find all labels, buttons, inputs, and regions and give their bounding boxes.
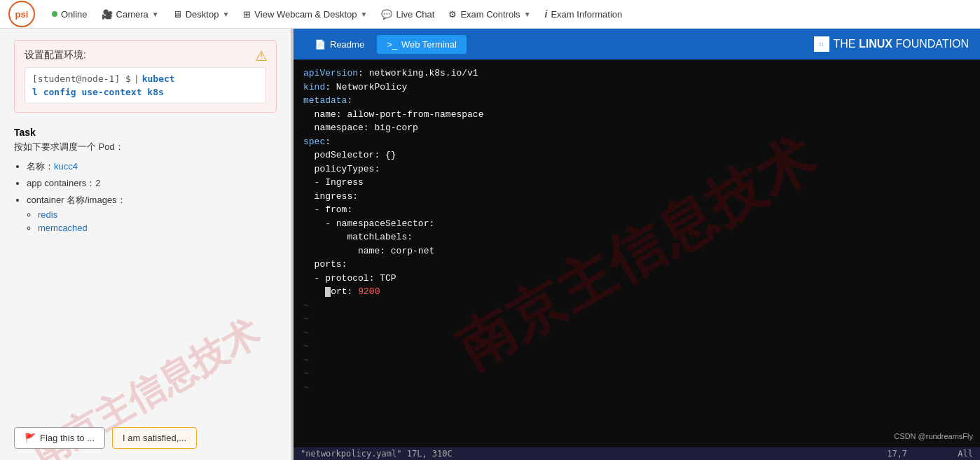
terminal-line: metadata: — [303, 94, 970, 108]
flag-icon: 🚩 — [25, 433, 36, 443]
statusbar-file: "networkpolicy.yaml" 17L, 310C — [301, 449, 453, 459]
config-title: 设置配置环境: — [25, 49, 266, 62]
warning-icon: ⚠ — [255, 48, 268, 64]
terminal-area[interactable]: apiVersion: networking.k8s.io/v1 kind: N… — [294, 60, 980, 447]
statusbar-pos: 17,7 All — [887, 449, 973, 459]
sub-list: redis memcached — [27, 209, 277, 233]
terminal-line: - protocol: TCP — [303, 272, 970, 286]
nav-online: Online — [52, 9, 88, 20]
terminal-line: podSelector: {} — [303, 148, 970, 162]
terminal-line: ort: 9200 — [303, 285, 970, 299]
terminal-statusbar: "networkpolicy.yaml" 17L, 310C 17,7 All — [294, 447, 980, 460]
terminal-icon: >_ — [387, 39, 397, 50]
terminal-line: ~ — [303, 299, 970, 313]
left-watermark: 南京主信息技术 — [0, 369, 291, 418]
terminal-line: kind: NetworkPolicy — [303, 81, 970, 95]
linux-logo-icon: □ — [814, 36, 829, 52]
nav-view-webcam[interactable]: ⊞ View Webcam & Desktop ▼ — [243, 9, 367, 20]
top-nav: psi Online 🎥 Camera ▼ 🖥 Desktop ▼ ⊞ View… — [0, 0, 980, 29]
terminal-line: name: corp-net — [303, 244, 970, 258]
left-panel: 设置配置环境: ⚠ [student@node-1] $ | kubect l … — [0, 29, 291, 460]
satisfied-button[interactable]: I am satisfied,... — [112, 427, 197, 449]
task-section: Task 按如下要求调度一个 Pod： 名称：kucc4 app contain… — [14, 127, 277, 233]
tab-readme[interactable]: 📄 Readme — [305, 35, 374, 54]
tab-terminal[interactable]: >_ Web Terminal — [377, 35, 467, 54]
psi-logo: psi — [8, 1, 35, 27]
terminal-line: ~ — [303, 326, 970, 340]
nav-items: Online 🎥 Camera ▼ 🖥 Desktop ▼ ⊞ View Web… — [52, 8, 972, 20]
list-item: app containers：2 — [27, 177, 277, 190]
bottom-buttons: 🚩 Flag this to ... I am satisfied,... — [14, 427, 197, 449]
cmd-kubectl2: l config use-context k8s — [32, 87, 164, 97]
webcam-desktop-icon: ⊞ — [243, 9, 251, 20]
list-item: 名称：kucc4 — [27, 160, 277, 173]
terminal-line: ~ — [303, 367, 970, 381]
right-panel: 📄 Readme >_ Web Terminal □ THE LINUX FOU… — [294, 29, 980, 460]
terminal-line: ~ — [303, 340, 970, 354]
cmd-pipe: | — [134, 74, 139, 84]
terminal-line: spec: — [303, 135, 970, 149]
nav-desktop[interactable]: 🖥 Desktop ▼ — [173, 9, 230, 20]
terminal-line: - namespaceSelector: — [303, 217, 970, 231]
list-item: container 名称/images： redis memcached — [27, 194, 277, 233]
terminal-line: ~ — [303, 381, 970, 395]
desktop-icon: 🖥 — [173, 9, 182, 20]
terminal-line: policyTypes: — [303, 162, 970, 176]
nav-exam-info[interactable]: i Exam Information — [545, 8, 623, 20]
controls-icon: ⚙ — [448, 9, 457, 20]
terminal-line: ingress: — [303, 190, 970, 204]
terminal-line: ports: — [303, 258, 970, 272]
terminal-line: namespace: big-corp — [303, 121, 970, 135]
camera-icon: 🎥 — [102, 9, 113, 20]
chat-icon: 💬 — [381, 9, 392, 20]
terminal-line: matchLabels: — [303, 230, 970, 244]
terminal-line: - Ingress — [303, 176, 970, 190]
terminal-header: 📄 Readme >_ Web Terminal □ THE LINUX FOU… — [294, 29, 980, 60]
config-cmd: [student@node-1] $ | kubect l config use… — [25, 67, 266, 104]
online-label: Online — [61, 9, 88, 20]
cmd-prompt: [student@node-1] $ — [32, 74, 131, 84]
webcam-arrow: ▼ — [361, 11, 368, 18]
main-layout: 设置配置环境: ⚠ [student@node-1] $ | kubect l … — [0, 29, 980, 460]
terminal-line: ~ — [303, 354, 970, 368]
camera-arrow: ▼ — [152, 11, 159, 18]
nav-exam-controls[interactable]: ⚙ Exam Controls ▼ — [448, 9, 530, 20]
desktop-arrow: ▼ — [222, 11, 229, 18]
linux-foundation-logo: □ THE LINUX FOUNDATION — [814, 36, 969, 52]
terminal-line: - from: — [303, 203, 970, 217]
cmd-kubectl1: kubect — [142, 74, 175, 84]
list-item: redis — [38, 209, 277, 220]
config-box: 设置配置环境: ⚠ [student@node-1] $ | kubect l … — [14, 40, 277, 113]
info-icon: i — [545, 8, 548, 20]
task-title: Task — [14, 127, 277, 138]
online-dot — [52, 11, 57, 17]
flag-button[interactable]: 🚩 Flag this to ... — [14, 427, 105, 449]
terminal-line: ~ — [303, 312, 970, 326]
readme-icon: 📄 — [315, 39, 326, 50]
tab-buttons: 📄 Readme >_ Web Terminal — [305, 35, 467, 54]
task-desc: 按如下要求调度一个 Pod： — [14, 141, 277, 153]
nav-livechat[interactable]: 💬 Live Chat — [381, 9, 434, 20]
terminal-line: apiVersion: networking.k8s.io/v1 — [303, 67, 970, 81]
terminal-line: name: allow-port-from-namespace — [303, 108, 970, 122]
list-item: memcached — [38, 223, 277, 233]
nav-camera[interactable]: 🎥 Camera ▼ — [102, 9, 159, 20]
controls-arrow: ▼ — [524, 11, 531, 18]
task-list: 名称：kucc4 app containers：2 container 名称/i… — [14, 160, 277, 233]
